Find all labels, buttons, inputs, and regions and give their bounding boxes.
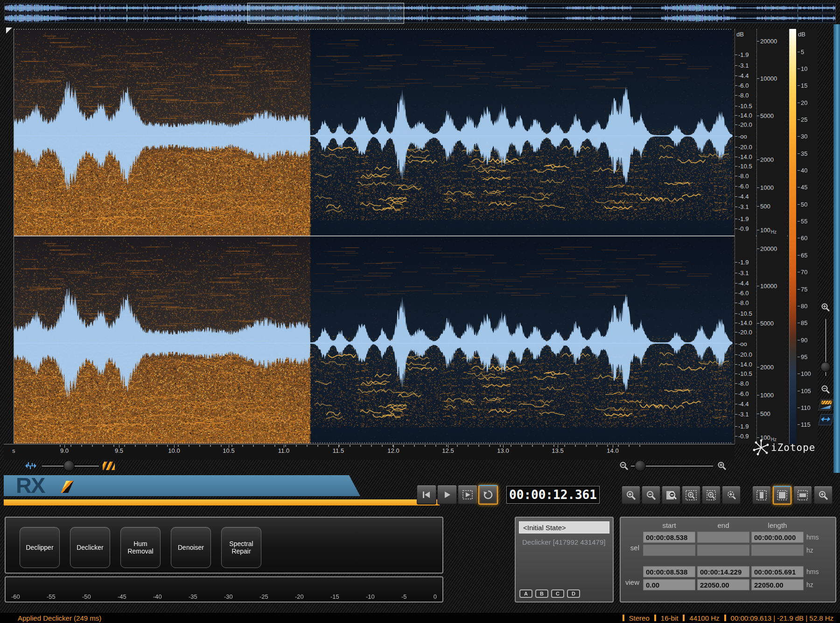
selinfo-cell-sel-hms-start[interactable]: 00:00:08.538 — [643, 532, 695, 543]
frequency-tick: 1000 — [757, 392, 774, 398]
module-button-declicker[interactable]: Declicker — [70, 527, 110, 568]
amplitude-scale-header: dB — [736, 31, 744, 38]
zoom-magnifier-button[interactable] — [814, 486, 833, 505]
frequency-tick: 1000 — [757, 184, 774, 191]
amplitude-tick: -6.0 — [735, 183, 749, 189]
colorbar-tick: 85 — [798, 320, 807, 326]
selinfo-cell-view-hz-end[interactable]: 22050.00 — [697, 579, 749, 590]
horizontal-zoom-in-icon[interactable] — [717, 461, 727, 471]
overview-canvas-left[interactable] — [5, 4, 835, 12]
selinfo-cell-view-hz-length[interactable]: 22050.00 — [751, 579, 804, 590]
zoom-out-button[interactable] — [642, 486, 660, 505]
zoom-selection-both-button[interactable] — [722, 486, 741, 505]
module-button-declipper[interactable]: Declipper — [20, 527, 60, 568]
ruler-unit-label: s — [12, 447, 15, 454]
overview-waveform-right[interactable] — [4, 14, 836, 23]
vertical-zoom-out-icon[interactable] — [820, 384, 831, 395]
history-item-selected[interactable]: <Initial State> — [519, 521, 609, 533]
selinfo-cell-view-hms-end[interactable]: 00:00:14.229 — [697, 566, 749, 577]
zoom-selection-time-button[interactable] — [682, 486, 700, 505]
vertical-zoom-in-icon[interactable] — [820, 302, 831, 312]
zoom-in-button[interactable] — [622, 486, 640, 505]
spectrogram-color-icon[interactable] — [103, 462, 115, 470]
amplitude-tick: -4.4 — [735, 401, 749, 407]
colorbar-tick: 110 — [798, 405, 811, 411]
waveform-fit-icon[interactable] — [818, 414, 834, 425]
ruler-tick-label: 14.0 — [602, 447, 624, 454]
history-panel: <Initial State> Declicker [417992 431479… — [515, 517, 614, 602]
file-overview — [4, 3, 836, 24]
select-time-range-button[interactable] — [752, 486, 771, 505]
compare-slot-d[interactable]: D — [567, 589, 580, 598]
compare-slot-c[interactable]: C — [551, 589, 564, 598]
selinfo-cell-sel-hms-end[interactable] — [697, 532, 749, 543]
amplitude-tick: -10.5 — [735, 370, 752, 377]
horizontal-zoom-slider-thumb[interactable] — [635, 460, 646, 471]
amplitude-tick: -oo — [735, 341, 747, 347]
amplitude-tick: -14.0 — [735, 153, 752, 160]
overview-waveform-left[interactable] — [4, 3, 836, 13]
select-freq-range-button[interactable] — [793, 486, 812, 505]
scroll-zoom-row — [4, 460, 836, 473]
selinfo-cell-sel-hz-start[interactable] — [643, 545, 695, 556]
spectrogram-waveform-blend-icon[interactable] — [818, 399, 834, 410]
overview-canvas-right[interactable] — [5, 14, 835, 22]
selinfo-cell-view-hz-start[interactable]: 0.00 — [643, 579, 695, 590]
frequency-tick: 20000 — [757, 246, 777, 252]
vertical-zoom-slider-thumb[interactable] — [820, 362, 831, 372]
compare-slot-b[interactable]: B — [535, 589, 548, 598]
amplitude-tick: -14.0 — [735, 112, 752, 119]
zoom-fit-button[interactable] — [662, 486, 680, 505]
colorbar-tick: 100 — [798, 371, 811, 377]
amplitude-tick: -1.9 — [735, 259, 749, 266]
frequency-tick: 10000 — [757, 283, 777, 290]
frequency-tick: 20000 — [757, 38, 777, 45]
time-ruler[interactable]: s 9.09.510.010.511.011.512.012.513.013.5… — [4, 444, 735, 460]
channel-separator — [14, 235, 789, 236]
frequency-unit-label: Hz — [771, 229, 777, 235]
history-item[interactable]: Declicker [417992 431479] — [522, 538, 605, 546]
selinfo-cell-view-hms-start[interactable]: 00:00:08.538 — [643, 566, 695, 577]
amplitude-tick: -3.1 — [735, 270, 749, 277]
select-time-freq-button[interactable] — [773, 486, 791, 505]
meter-tick-label: -20 — [295, 593, 304, 600]
status-info-segment: 16-bit — [661, 614, 679, 622]
overview-visible-region-box[interactable] — [247, 3, 404, 24]
amplitude-scale-channel-2: -1.9-3.1-4.4-6.0-8.0-10.5-14.0-20.0-oo-2… — [735, 236, 756, 444]
amplitude-tick: -14.0 — [735, 320, 752, 326]
amplitude-tick: -1.9 — [735, 52, 749, 58]
izotope-logo: iZotope — [752, 437, 836, 458]
colorbar-tick: 95 — [798, 353, 807, 360]
selinfo-row-label-sel: sel — [622, 544, 639, 552]
meter-tick-label: -35 — [189, 593, 197, 600]
spectrogram-colorbar: dB51015202530354045505560657075808590951… — [788, 29, 818, 444]
amplitude-scale-channel-1: dB-1.9-3.1-4.4-6.0-8.0-10.5-14.0-20.0-oo… — [735, 29, 756, 236]
waveform-scale-icon[interactable] — [24, 461, 37, 471]
selinfo-cell-view-hms-length[interactable]: 00:00:05.691 — [751, 566, 804, 577]
amplitude-tick: -0.9 — [735, 226, 749, 232]
meter-tick-label: -45 — [118, 593, 126, 600]
colorbar-tick: 55 — [798, 218, 807, 225]
spectrogram-channel-1-canvas[interactable] — [14, 29, 733, 236]
module-button-denoiser[interactable]: Denoiser — [171, 527, 211, 568]
rx-logo-slash-icon — [61, 481, 74, 493]
module-button-hum-removal[interactable]: Hum Removal — [120, 527, 161, 568]
status-separator — [654, 615, 656, 621]
horizontal-zoom-out-icon[interactable] — [619, 461, 629, 471]
spectrogram-channel-2-canvas[interactable] — [14, 236, 733, 443]
module-button-spectral-repair[interactable]: Spectral Repair — [221, 527, 261, 568]
meter-tick-label: -50 — [82, 593, 91, 600]
loop-button[interactable] — [478, 485, 498, 505]
left-slider-thumb[interactable] — [63, 460, 75, 471]
level-meter-scale: -60-55-50-45-40-35-30-25-20-15-10-50 — [11, 593, 437, 600]
selinfo-cell-sel-hms-length[interactable]: 00:00:00.000 — [751, 532, 804, 543]
selinfo-cell-sel-hz-length[interactable] — [751, 545, 804, 556]
selinfo-cell-sel-hz-end[interactable] — [697, 545, 749, 556]
play-button[interactable] — [437, 485, 457, 505]
play-selection-button[interactable] — [458, 485, 477, 505]
selinfo-unit-label: hms — [806, 533, 819, 541]
go-to-start-button[interactable] — [417, 485, 436, 505]
compare-slot-a[interactable]: A — [519, 589, 532, 598]
zoom-selection-freq-button[interactable] — [702, 486, 721, 505]
selection-info-panel: startendlengthsel00:00:08.53800:00:00.00… — [620, 517, 836, 602]
